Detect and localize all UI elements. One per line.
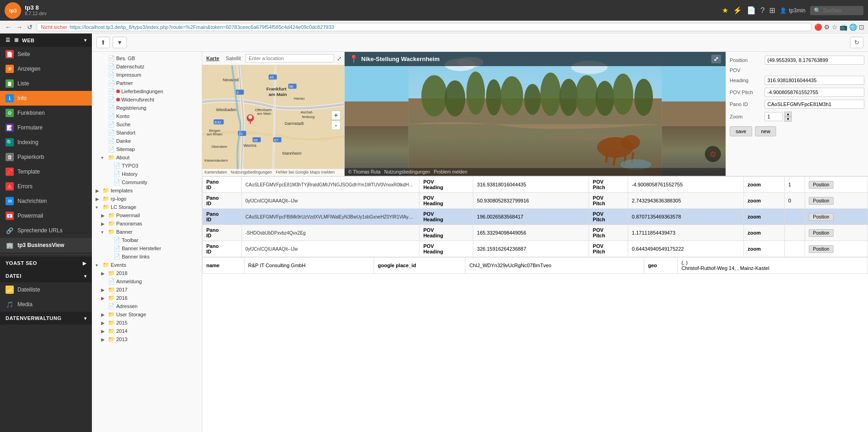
tree-item-2016[interactable]: ▶ 📁 2016	[92, 294, 202, 302]
ext-icon-6[interactable]: ⊡	[859, 23, 864, 31]
tree-item-community[interactable]: 📄 Community	[92, 178, 202, 186]
table-row-highlighted[interactable]: PanoID CAoSLEFGMVFpcFBtMk9rUzVzdXVLMFlWa…	[203, 209, 868, 225]
sidebar-item-funktionen[interactable]: ⚙ Funktionen	[0, 106, 92, 120]
tree-item-lc-storage[interactable]: ▾ 📁 LC Storage	[92, 203, 202, 211]
tree-item-banner[interactable]: ▾ 📁 Banner	[92, 228, 202, 236]
tree-item-typo3[interactable]: 📄 TYPO3	[92, 162, 202, 170]
sidebar-item-dateiliste[interactable]: 📁 Dateiliste	[0, 282, 92, 297]
search-box[interactable]: 🔍	[810, 6, 863, 15]
search-input[interactable]	[823, 7, 860, 14]
map-tab-satellit[interactable]: Satellit	[224, 55, 243, 62]
sidebar-item-template[interactable]: 📌 Template	[0, 164, 92, 179]
sidebar-item-sprechende-urls[interactable]: 🔗 Sprechende URLs	[0, 223, 92, 238]
tree-item-user-storage[interactable]: ▶ 📁 User Storage	[92, 310, 202, 319]
tree-item-rp-logo[interactable]: ▶ 📁 rp-logo	[92, 195, 202, 203]
tree-item-about[interactable]: ▾ 📁 About	[92, 153, 202, 162]
map-location-input[interactable]	[245, 54, 334, 62]
grid-icon[interactable]: ⊞	[769, 6, 775, 15]
help-icon[interactable]: ?	[760, 6, 765, 15]
web-section-arrow[interactable]: ▾	[84, 38, 87, 43]
pov-pitch-input[interactable]	[765, 88, 864, 97]
ext-icon-2[interactable]: ⚙	[824, 23, 830, 31]
table-row[interactable]: PanoID 0yfJCnICQIUAAAQIt--IJw POVHeading…	[203, 193, 868, 209]
map-tab-karte[interactable]: Karte	[204, 55, 221, 62]
tree-item-2018[interactable]: ▶ 📁 2018	[92, 269, 202, 277]
tree-item-banner-hersteller[interactable]: 📄 Banner Hersteller	[92, 244, 202, 252]
user-menu[interactable]: 👤 tp3min	[780, 7, 806, 14]
tree-item-suche[interactable]: 📄 Suche	[92, 120, 202, 129]
map-zoom-out-button[interactable]: -	[331, 121, 340, 130]
table-row[interactable]: PanoID -SHDOsbUbDPxvbz4Qvx2Eg POVHeading…	[203, 225, 868, 241]
page-icon[interactable]: 📄	[747, 6, 756, 15]
table-row[interactable]: PanoID 0yfJCnICQIUAAAQIt--IJw POVHeading…	[203, 241, 868, 257]
tree-item-impressum[interactable]: 📄 Impressum	[92, 71, 202, 79]
position-input[interactable]	[765, 56, 864, 65]
map-svg-area[interactable]: Neuwied Frankfurt am Main Wiesbaden Offe…	[202, 65, 344, 175]
sidebar-item-indexing[interactable]: 🔍 Indexing	[0, 135, 92, 150]
tree-item-bes-gb[interactable]: 📄 Bes. GB	[92, 54, 202, 62]
map-expand-icon[interactable]: ⤢	[337, 55, 342, 62]
sidebar-item-tp3-businessview[interactable]: 🏢 tp3 BusinessView	[0, 238, 92, 252]
ext-icon-3[interactable]: ☆	[832, 23, 838, 31]
map-footer-fehler[interactable]: Fehler bei Google Maps melden	[276, 170, 335, 174]
sidebar-item-info[interactable]: ℹ Info	[0, 91, 92, 106]
tree-item-widerrufsrecht[interactable]: 📄 Widerrufsrecht	[92, 95, 202, 104]
tree-item-anmeldung[interactable]: 📄 Anmeldung	[92, 277, 202, 286]
tree-item-standort[interactable]: 📄 Standort	[92, 129, 202, 137]
tree-item-templates[interactable]: ▶ 📁 templates	[92, 186, 202, 195]
sv-expand-button[interactable]: ⤢	[711, 55, 721, 63]
sidebar-item-formulare[interactable]: 📝 Formulare	[0, 120, 92, 135]
pano-id-input[interactable]	[765, 100, 864, 109]
tree-item-toolbar[interactable]: 📄 Toolbar	[92, 236, 202, 244]
sidebar-item-seite[interactable]: 📄 Seite	[0, 47, 92, 62]
tree-item-panoramas[interactable]: ▶ 📁 Panoramas	[92, 219, 202, 228]
address-bar[interactable]: Nicht sicher https://localhost.tp3.de/tp…	[37, 23, 811, 31]
tree-item-powermail-folder[interactable]: ▶ 📁 Powermail	[92, 211, 202, 219]
tree-item-history[interactable]: 📄 History	[92, 170, 202, 178]
yoast-section-arrow[interactable]: ▶	[83, 261, 87, 266]
tree-item-2017[interactable]: ▶ 📁 2017	[92, 286, 202, 294]
zoom-input[interactable]	[765, 112, 783, 121]
sidebar-item-liste[interactable]: 📋 Liste	[0, 76, 92, 91]
compass-icon[interactable]: ⊙	[705, 146, 721, 162]
ext-icon-1[interactable]: 🔴	[814, 23, 822, 31]
sidebar-item-anzeigen[interactable]: 👁 Anzeigen	[0, 62, 92, 76]
position-button-3[interactable]: Position	[809, 213, 834, 221]
tree-item-2013[interactable]: ▶ 📁 2013	[92, 335, 202, 343]
sv-problem-melden[interactable]: Problem melden	[434, 169, 467, 174]
refresh-button[interactable]: ↻	[850, 37, 863, 48]
back-button[interactable]: ←	[4, 23, 13, 31]
heading-input[interactable]	[765, 76, 864, 85]
position-button-2[interactable]: Position	[809, 197, 834, 205]
table-row[interactable]: PanoID CAoSLEFGMVFpcE81M3hTYjRraIdGMlJYN…	[203, 177, 868, 193]
forward-button[interactable]: →	[15, 23, 24, 31]
tree-item-events[interactable]: ▾ 📁 Events	[92, 261, 202, 269]
save-button[interactable]: save	[730, 126, 752, 136]
reload-button[interactable]: ↺	[26, 23, 34, 31]
apps-icon[interactable]: ⊞	[14, 37, 19, 43]
map-zoom-in-button[interactable]: +	[331, 111, 340, 120]
filter-button[interactable]: ▼	[113, 37, 127, 48]
tree-item-2014[interactable]: ▶ 📁 2014	[92, 327, 202, 335]
tree-item-registrierung[interactable]: 📄 Registrierung	[92, 104, 202, 112]
sidebar-item-nachrichten[interactable]: ✉ Nachrichten	[0, 194, 92, 208]
position-button-1[interactable]: Position	[809, 181, 834, 189]
sidebar-item-papierkorb[interactable]: 🗑 Papierkorb	[0, 150, 92, 164]
sidebar-item-media[interactable]: 🎵 Media	[0, 297, 92, 312]
map-footer-nutzungsbedingungen[interactable]: Nutzungsbedingungen	[231, 170, 272, 174]
datei-section-arrow[interactable]: ▾	[84, 274, 87, 279]
tree-item-datenschutz[interactable]: 📄 Datenschutz	[92, 62, 202, 71]
name-table-row[interactable]: name R&P IT Consulting GmbH google place…	[203, 258, 868, 274]
lightning-icon[interactable]: ⚡	[733, 6, 742, 15]
sidebar-item-powermail[interactable]: 📧 Powermail	[0, 208, 92, 223]
position-button-4[interactable]: Position	[809, 229, 834, 237]
tree-item-sitemap[interactable]: 📄 Sitemap	[92, 145, 202, 153]
tree-item-adressen[interactable]: 📄 Adressen	[92, 302, 202, 310]
upload-button[interactable]: ⬆	[96, 37, 110, 48]
bookmarks-icon[interactable]: ★	[722, 6, 728, 15]
tree-item-2015[interactable]: ▶ 📁 2015	[92, 319, 202, 327]
new-button[interactable]: new	[755, 126, 776, 136]
tree-item-lieferbedingungen[interactable]: 📄 Lieferbedingungen	[92, 87, 202, 95]
position-button-5[interactable]: Position	[809, 245, 834, 253]
ext-icon-4[interactable]: 📺	[840, 23, 847, 31]
